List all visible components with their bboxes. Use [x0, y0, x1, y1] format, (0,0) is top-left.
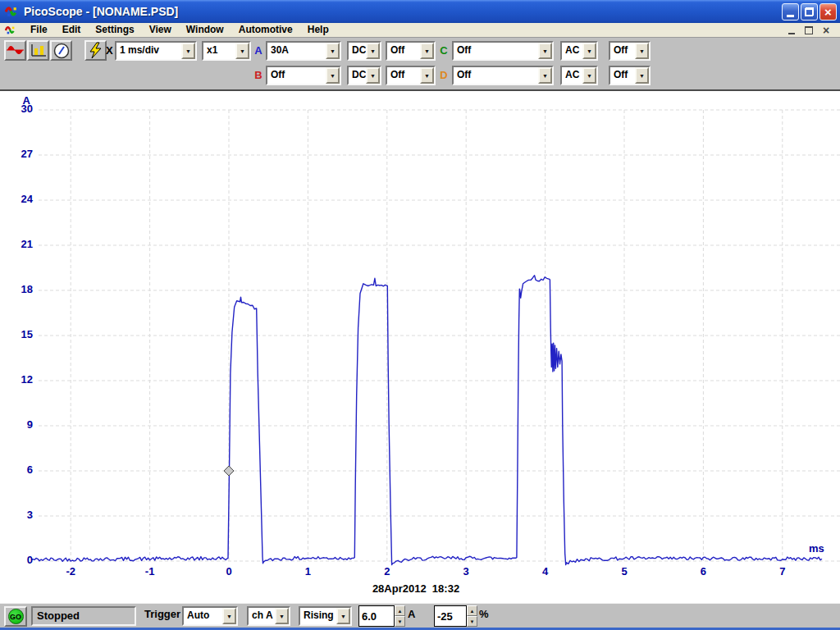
menu-automotive[interactable]: Automotive	[231, 23, 300, 37]
meter-view-icon	[53, 43, 70, 59]
menu-view[interactable]: View	[142, 23, 179, 37]
go-button[interactable]: GO	[4, 606, 27, 627]
spin-down-icon[interactable]: ▼	[467, 616, 477, 627]
y-tick-label: 21	[0, 238, 33, 250]
trigger-mode-select[interactable]: Auto ▼	[182, 606, 238, 626]
menu-window[interactable]: Window	[179, 23, 231, 37]
dropdown-arrow-icon[interactable]: ▼	[336, 608, 350, 624]
y-tick-label: 24	[0, 193, 33, 205]
y-tick-label: 18	[0, 283, 33, 295]
mdi-restore-button[interactable]	[801, 24, 816, 36]
x-tick-label: 7	[765, 565, 801, 578]
trigger-label: Trigger	[144, 608, 180, 620]
y-tick-label: 27	[0, 148, 33, 160]
channel-c-range-select[interactable]: Off ▼	[452, 41, 554, 61]
y-tick-label: 12	[0, 373, 33, 386]
minimize-icon	[787, 15, 794, 17]
x-tick-label: 5	[606, 565, 642, 578]
menu-file[interactable]: File	[23, 23, 55, 37]
picoscope-window: PicoScope - [NONAME.PSD] × File Edit Set…	[0, 0, 840, 630]
menu-bar: File Edit Settings View Window Automotiv…	[0, 23, 840, 38]
channel-c-option-select[interactable]: Off ▼	[609, 41, 651, 61]
x-tick-label: 2	[369, 565, 405, 578]
trigger-level-input[interactable]	[358, 605, 395, 627]
trigger-delay-input[interactable]	[434, 605, 467, 627]
spin-down-icon[interactable]: ▼	[395, 616, 405, 627]
channel-b-range-select[interactable]: Off ▼	[266, 66, 341, 85]
scope-view-button[interactable]	[4, 40, 26, 61]
channel-b-coupling-select[interactable]: DC ▼	[347, 66, 381, 85]
chart-grid	[39, 110, 840, 561]
x-tick-label: 6	[685, 565, 721, 578]
trigger-marker[interactable]	[224, 466, 234, 476]
dropdown-arrow-icon[interactable]: ▼	[326, 43, 340, 59]
spin-up-icon[interactable]: ▲	[467, 605, 477, 616]
x-tick-label: -2	[52, 565, 89, 578]
y-tick-label: 3	[0, 509, 33, 521]
mdi-restore-icon	[805, 26, 813, 34]
timebase-x-label: X	[106, 41, 113, 61]
dropdown-arrow-icon[interactable]: ▼	[366, 67, 380, 84]
dropdown-arrow-icon[interactable]: ▼	[420, 67, 434, 84]
mdi-window-controls: ×	[782, 24, 840, 36]
channel-b-option-select[interactable]: Off ▼	[386, 66, 436, 85]
menu-help[interactable]: Help	[300, 23, 336, 37]
trigger-edge-select[interactable]: Rising ▼	[299, 606, 352, 626]
channel-a-coupling-select[interactable]: DC ▼	[347, 41, 381, 61]
dropdown-arrow-icon[interactable]: ▼	[235, 43, 249, 59]
mdi-app-icon[interactable]	[5, 25, 16, 36]
titlebar-restore-button[interactable]	[801, 3, 818, 21]
menu-settings[interactable]: Settings	[88, 23, 141, 37]
mdi-minimize-icon	[788, 33, 795, 34]
trigger-source-select[interactable]: ch A ▼	[247, 606, 290, 626]
waveform-plot	[0, 91, 840, 604]
spectrum-view-icon	[30, 43, 47, 57]
app-icon	[5, 5, 19, 19]
timebase-select[interactable]: 1 ms/div ▼	[115, 41, 197, 61]
trigger-setup-button[interactable]	[84, 40, 107, 61]
y-tick-label: 15	[0, 328, 33, 340]
titlebar-close-button[interactable]: ×	[819, 3, 837, 21]
window-title: PicoScope - [NONAME.PSD]	[24, 5, 780, 18]
channel-a-label: A	[253, 41, 264, 61]
dropdown-arrow-icon[interactable]: ▼	[582, 67, 596, 84]
channel-a-range-select[interactable]: 30A ▼	[266, 41, 341, 61]
dropdown-arrow-icon[interactable]: ▼	[635, 43, 649, 59]
channel-d-option-select[interactable]: Off ▼	[609, 66, 651, 85]
spectrum-view-button[interactable]	[27, 40, 49, 61]
dropdown-arrow-icon[interactable]: ▼	[275, 608, 289, 624]
dropdown-arrow-icon[interactable]: ▼	[181, 43, 195, 59]
trigger-delay-spinner: ▲ ▼	[467, 605, 477, 627]
dropdown-arrow-icon[interactable]: ▼	[326, 67, 340, 84]
x-tick-label: 4	[527, 565, 564, 578]
meter-view-button[interactable]	[50, 40, 72, 61]
title-bar: PicoScope - [NONAME.PSD] ×	[0, 0, 840, 23]
trigger-delay-unit-label: %	[479, 608, 489, 620]
dropdown-arrow-icon[interactable]: ▼	[538, 67, 552, 84]
channel-a-option-select[interactable]: Off ▼	[386, 41, 436, 61]
dropdown-arrow-icon[interactable]: ▼	[366, 43, 380, 59]
titlebar-minimize-button[interactable]	[782, 3, 799, 21]
dropdown-arrow-icon[interactable]: ▼	[582, 43, 596, 59]
y-tick-label: 0	[0, 554, 33, 566]
x-tick-label: 3	[448, 565, 484, 578]
dropdown-arrow-icon[interactable]: ▼	[420, 43, 434, 59]
dropdown-arrow-icon[interactable]: ▼	[635, 67, 649, 84]
channel-d-coupling-select[interactable]: AC ▼	[560, 66, 598, 85]
mdi-close-button[interactable]: ×	[819, 24, 833, 36]
channel-d-range-select[interactable]: Off ▼	[452, 66, 554, 85]
dropdown-arrow-icon[interactable]: ▼	[538, 43, 552, 59]
spin-up-icon[interactable]: ▲	[395, 605, 405, 616]
dropdown-arrow-icon[interactable]: ▼	[222, 608, 236, 624]
go-button-label: GO	[8, 609, 24, 624]
channel-c-label: C	[438, 41, 450, 61]
menu-edit[interactable]: Edit	[55, 23, 89, 37]
multiplier-select[interactable]: x1 ▼	[202, 41, 251, 61]
y-tick-label: 9	[0, 418, 33, 431]
x-tick-label: -1	[132, 565, 168, 578]
y-tick-label: 30	[0, 103, 33, 115]
channel-d-label: D	[438, 66, 450, 85]
mdi-minimize-button[interactable]	[784, 24, 799, 36]
channel-c-coupling-select[interactable]: AC ▼	[560, 41, 598, 61]
x-tick-label: 0	[211, 565, 247, 578]
